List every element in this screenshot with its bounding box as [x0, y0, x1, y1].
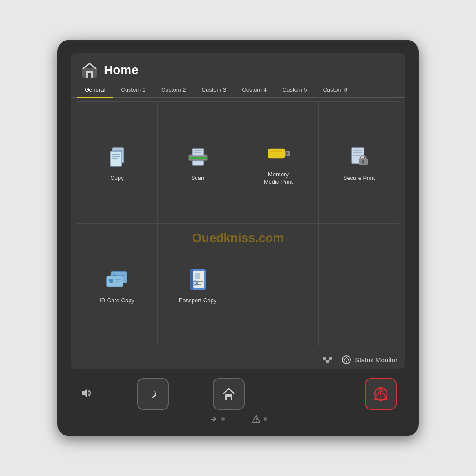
status-monitor-icon	[342, 355, 351, 364]
device-body: Home General Custom 1 Custom 2 Custom 3 …	[57, 40, 419, 436]
memory-media-print-label: MemoryMedia Print	[264, 171, 293, 186]
tab-custom5[interactable]: Custom 5	[275, 83, 315, 98]
network-icon	[321, 354, 334, 365]
secure-print-icon	[345, 143, 373, 171]
copy-label: Copy	[110, 175, 123, 182]
tab-custom6[interactable]: Custom 6	[315, 83, 355, 98]
indicator-dot-2	[264, 417, 267, 421]
sleep-button[interactable]	[137, 378, 169, 410]
passport-copy-button[interactable]: Passport Copy	[157, 224, 238, 346]
volume-icon	[79, 387, 93, 402]
stop-icon	[372, 385, 390, 403]
svg-marker-54	[346, 361, 347, 363]
scan-label: Scan	[191, 175, 205, 182]
svg-line-50	[327, 360, 331, 361]
memory-media-print-button[interactable]: MemoryMedia Print	[238, 101, 319, 224]
svg-rect-18	[285, 151, 290, 156]
tab-general[interactable]: General	[77, 83, 113, 98]
svg-marker-56	[348, 359, 350, 361]
svg-marker-57	[82, 389, 87, 398]
copy-icon	[103, 143, 131, 171]
tab-custom3[interactable]: Custom 3	[194, 83, 234, 98]
svg-rect-47	[323, 357, 326, 360]
svg-rect-46	[326, 361, 329, 363]
empty-cell-2	[319, 224, 399, 346]
empty-cell-1	[238, 224, 319, 346]
home-button-icon	[221, 386, 237, 402]
page-title: Home	[104, 63, 138, 77]
physical-buttons-row	[71, 378, 405, 410]
svg-rect-48	[329, 357, 332, 360]
tab-custom4[interactable]: Custom 4	[234, 83, 275, 98]
secure-print-button[interactable]: Secure Print	[319, 101, 399, 224]
svg-rect-39	[195, 273, 200, 279]
home-button[interactable]	[213, 378, 245, 410]
tabs-row: General Custom 1 Custom 2 Custom 3 Custo…	[71, 83, 405, 98]
svg-rect-37	[190, 269, 193, 290]
passport-icon	[184, 265, 212, 294]
svg-marker-55	[343, 359, 345, 361]
app-grid: Copy	[71, 98, 405, 350]
svg-rect-17	[268, 149, 285, 159]
scan-button[interactable]: Scan	[157, 101, 238, 224]
svg-rect-2	[88, 73, 91, 78]
id-card-icon	[103, 265, 131, 294]
svg-rect-20	[270, 150, 282, 152]
svg-rect-12	[189, 157, 207, 159]
svg-rect-13	[192, 149, 204, 156]
svg-point-52	[345, 358, 348, 361]
svg-line-49	[324, 360, 327, 361]
svg-rect-34	[115, 279, 121, 280]
bottom-indicators	[209, 414, 267, 428]
stop-button[interactable]	[365, 378, 397, 410]
id-card-copy-button[interactable]: ID Card Copy	[77, 224, 157, 346]
indicator-arrow	[209, 414, 225, 424]
svg-point-63	[380, 397, 382, 398]
svg-rect-16	[192, 161, 204, 165]
indicator-dot-1	[221, 417, 225, 421]
indicator-warning	[251, 414, 267, 424]
tab-custom1[interactable]: Custom 1	[113, 83, 153, 98]
screen-header: Home	[71, 53, 405, 83]
svg-rect-59	[227, 397, 231, 400]
home-icon	[80, 61, 99, 79]
status-monitor-label: Status Monitor	[355, 356, 398, 364]
grid-row-2: ID Card Copy	[77, 224, 399, 346]
grid-row-1: Copy	[77, 101, 399, 224]
svg-point-33	[109, 279, 113, 283]
svg-rect-19	[286, 152, 287, 155]
id-card-copy-label: ID Card Copy	[100, 297, 134, 305]
main-screen: Home General Custom 1 Custom 2 Custom 3 …	[71, 53, 405, 369]
screen-bottom-bar: Status Monitor	[71, 350, 405, 369]
scan-icon	[184, 143, 212, 171]
passport-copy-label: Passport Copy	[179, 297, 216, 305]
usb-icon	[264, 139, 293, 167]
svg-rect-27	[363, 162, 364, 164]
copy-button[interactable]: Copy	[77, 101, 157, 224]
svg-marker-53	[346, 357, 347, 358]
tab-custom2[interactable]: Custom 2	[153, 83, 194, 98]
svg-point-66	[256, 421, 257, 422]
status-monitor-button[interactable]: Status Monitor	[342, 355, 398, 364]
sleep-icon	[145, 386, 161, 402]
svg-rect-35	[115, 281, 119, 282]
secure-print-label: Secure Print	[343, 175, 375, 182]
